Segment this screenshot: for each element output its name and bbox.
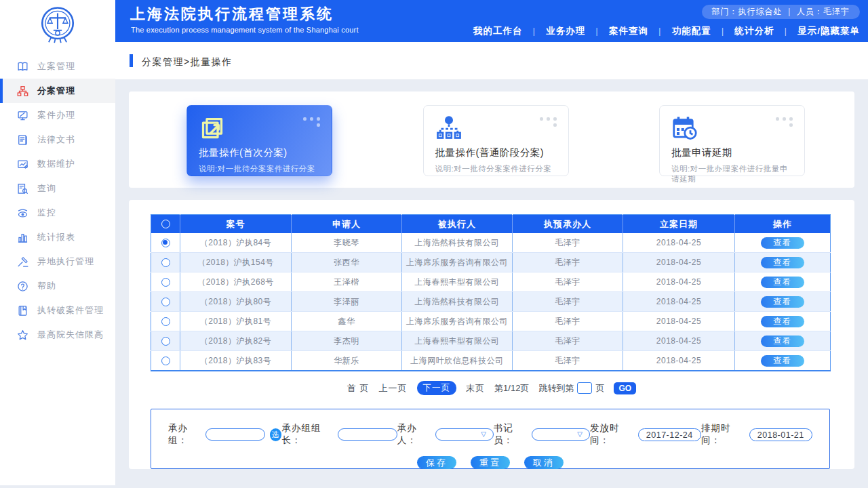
batch-action-card[interactable]: 批量操作(普通阶段分案) 说明:对一批待分案案件进行分案 [423,105,569,176]
card-title: 批量操作(普通阶段分案) [435,146,557,159]
handler-select[interactable]: ▽ [435,428,494,441]
case-table: 案号申请人被执行人执预承办人立案日期操作 （2018）沪执84号 李晓琴 上海浩… [151,214,831,371]
row-radio[interactable] [161,357,170,365]
breadcrumb-accent-bar [130,54,133,67]
eye-icon [17,207,28,219]
view-button[interactable]: 查看 [761,237,804,249]
sidebar-item[interactable]: 异地执行管理 [0,249,115,274]
external-link-icon [199,115,226,142]
view-button[interactable]: 查看 [761,277,804,288]
cards-panel: 批量操作(首次分案) 说明:对一批待分案案件进行分案 批量操作(普通阶段分案) … [129,92,854,188]
view-button[interactable]: 查看 [761,336,804,347]
cell-handler: 毛泽宇 [513,292,623,312]
row-radio[interactable] [161,317,170,326]
sidebar-item-label: 监控 [37,207,56,219]
cell-applicant: 华新乐 [292,351,402,371]
row-radio[interactable] [161,239,170,247]
cancel-button[interactable]: 取消 [524,456,564,469]
page-next-button[interactable]: 下一页 [417,381,457,395]
nav-item-4[interactable]: 功能配置 [672,25,711,37]
row-radio[interactable] [161,278,170,287]
cell-filing-date: 2018-04-25 [623,331,735,351]
sidebar-item[interactable]: 查询 [0,176,115,201]
cell-respondent: 上海浩然科技有限公司 [402,233,513,253]
sidebar-item[interactable]: 统计报表 [0,225,115,249]
column-header-4: 执预承办人 [513,215,623,234]
document-icon [17,134,28,146]
sidebar-item-label: 执转破案件管理 [37,304,104,317]
nav-separator: ｜ [781,26,790,37]
card-description: 说明:对一批待分案案件进行分案 [199,164,320,174]
sidebar-item[interactable]: 最高院失信限高 [0,323,115,347]
group-input[interactable] [205,428,265,441]
save-button[interactable]: 保存 [417,456,456,469]
page-first-button[interactable]: 首 页 [347,382,370,394]
schedule-date-input[interactable]: 2018-01-21 [749,428,812,441]
view-button[interactable]: 查看 [761,316,804,327]
bar-chart-icon [17,232,28,243]
sidebar-item[interactable]: 监控 [0,201,115,225]
schedule-date-label: 排期时间： [701,422,749,447]
cell-respondent: 上海席乐服务咨询有限公司 [402,253,513,272]
cell-handler: 毛泽宇 [513,331,623,351]
issue-date-group: 发放时间： 2017-12-24 [590,422,701,447]
jump-suffix-label: 页 [595,382,604,394]
cell-filing-date: 2018-04-25 [623,253,735,272]
sidebar-item[interactable]: 数据维护 [0,152,115,176]
row-radio[interactable] [161,258,170,267]
user-dept-badge: 部门：执行综合处 ｜ 人员：毛泽宇 [702,5,860,19]
issue-date-label: 发放时间： [590,422,638,447]
table-row: （2018）沪执80号 李泽丽 上海浩然科技有限公司 毛泽宇 2018-04-2… [151,292,831,312]
nav-item-2[interactable]: 业务办理 [546,25,585,37]
nav-item-1[interactable]: 我的工作台 [473,25,523,37]
issue-date-input[interactable]: 2017-12-24 [638,428,701,441]
leader-field-group: 承办组组长： [281,422,397,447]
page-last-button[interactable]: 末页 [466,382,485,394]
pagination: 首 页 上一页 下一页 末页 第1/12页 跳转到第 页 GO [129,381,854,395]
nav-item-3[interactable]: 案件查询 [609,25,648,37]
handler-label: 承办人： [397,422,435,447]
batch-action-card[interactable]: 批量操作(首次分案) 说明:对一批待分案案件进行分案 [186,105,332,176]
sidebar-item[interactable]: 案件办理 [0,103,115,127]
more-dots-icon [540,117,557,127]
cell-respondent: 上海网叶欣信息科技公司 [402,351,513,371]
table-row: （2018）沪执82号 李杰明 上海春熙丰型有限公司 毛泽宇 2018-04-2… [151,331,831,351]
breadcrumb: 分案管理>批量操作 [142,56,233,68]
clerk-select[interactable]: ▽ [532,428,590,441]
cards-row: 批量操作(首次分案) 说明:对一批待分案案件进行分案 批量操作(普通阶段分案) … [129,92,854,176]
view-button[interactable]: 查看 [761,296,804,308]
sidebar-menu: 立案管理 分案管理 案件办理 法律文书 数据维护 查询 监控 统计报表 异地执行… [0,54,115,347]
sidebar-item[interactable]: 执转破案件管理 [0,298,115,323]
court-logo [0,0,115,46]
cell-respondent: 上海浩然科技有限公司 [402,292,513,312]
nav-item-5[interactable]: 统计分析 [734,25,774,37]
jump-page-input[interactable] [577,382,592,394]
column-header-5: 立案日期 [623,215,735,234]
reset-button[interactable]: 重置 [471,456,510,469]
calendar-clock-icon [671,115,698,142]
org-chart-icon [17,85,28,97]
go-button[interactable]: GO [614,382,636,394]
sidebar-item-label: 统计报表 [37,231,75,243]
group-select-button[interactable]: 选 [270,428,282,441]
page-prev-button[interactable]: 上一页 [379,382,408,394]
view-button[interactable]: 查看 [761,355,804,367]
nav-separator: ｜ [530,26,538,37]
sidebar-item[interactable]: 分案管理 [0,79,115,103]
column-header-1: 案号 [180,215,292,234]
cell-case-no: （2018）沪执81号 [180,312,292,331]
page-info: 第1/12页 [494,382,529,394]
more-dots-icon [776,117,793,127]
view-button[interactable]: 查看 [761,257,804,268]
row-radio[interactable] [161,337,170,346]
sidebar-item-label: 立案管理 [37,60,75,73]
leader-input[interactable] [338,428,397,441]
sidebar-item[interactable]: 法律文书 [0,127,115,152]
nav-item-6[interactable]: 显示/隐藏菜单 [797,25,860,37]
batch-action-card[interactable]: 批量申请延期 说明:对一批办理案件进行批量申请延期 [659,105,805,176]
row-radio[interactable] [161,298,170,306]
gavel-icon [17,256,28,268]
sidebar-item[interactable]: 帮助 [0,274,115,298]
sidebar-item[interactable]: 立案管理 [0,54,115,79]
select-all-radio[interactable] [161,220,170,228]
